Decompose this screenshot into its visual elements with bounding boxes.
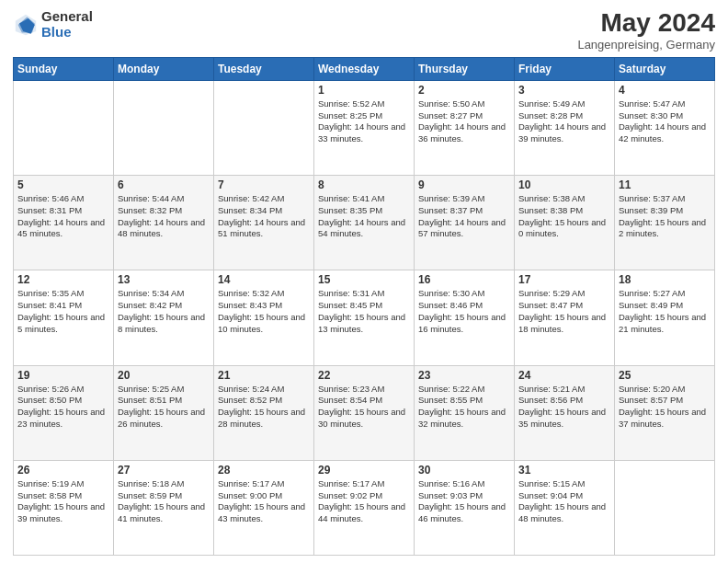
day-number: 16 — [418, 273, 510, 286]
table-row: 18Sunrise: 5:27 AM Sunset: 8:49 PM Dayli… — [615, 270, 715, 365]
day-number: 31 — [518, 464, 610, 477]
day-number: 3 — [518, 84, 610, 97]
table-row: 6Sunrise: 5:44 AM Sunset: 8:32 PM Daylig… — [114, 176, 214, 270]
day-number: 2 — [418, 84, 510, 97]
title-block: May 2024 Langenpreising, Germany — [577, 9, 715, 52]
logo-blue-text: Blue — [41, 25, 93, 40]
day-number: 19 — [17, 369, 109, 382]
table-row — [615, 460, 715, 555]
logo-text: General Blue — [41, 9, 93, 40]
day-number: 30 — [418, 464, 510, 477]
day-info: Sunrise: 5:31 AM Sunset: 8:45 PM Dayligh… — [318, 288, 410, 335]
day-info: Sunrise: 5:35 AM Sunset: 8:41 PM Dayligh… — [17, 288, 109, 335]
table-row: 28Sunrise: 5:17 AM Sunset: 9:00 PM Dayli… — [214, 460, 314, 555]
day-number: 11 — [619, 178, 711, 191]
table-row: 24Sunrise: 5:21 AM Sunset: 8:56 PM Dayli… — [515, 365, 615, 460]
day-info: Sunrise: 5:39 AM Sunset: 8:37 PM Dayligh… — [418, 193, 510, 240]
day-info: Sunrise: 5:25 AM Sunset: 8:51 PM Dayligh… — [118, 384, 210, 431]
table-row: 8Sunrise: 5:41 AM Sunset: 8:35 PM Daylig… — [314, 176, 415, 270]
table-row — [214, 80, 314, 175]
day-number: 5 — [17, 178, 109, 191]
table-row: 26Sunrise: 5:19 AM Sunset: 8:58 PM Dayli… — [14, 460, 114, 555]
day-number: 25 — [619, 369, 711, 382]
day-number: 10 — [518, 178, 610, 191]
logo-general-text: General — [41, 9, 93, 25]
table-row: 2Sunrise: 5:50 AM Sunset: 8:27 PM Daylig… — [415, 80, 515, 175]
day-info: Sunrise: 5:16 AM Sunset: 9:03 PM Dayligh… — [418, 478, 510, 525]
day-info: Sunrise: 5:15 AM Sunset: 9:04 PM Dayligh… — [518, 478, 610, 525]
table-row: 20Sunrise: 5:25 AM Sunset: 8:51 PM Dayli… — [114, 365, 214, 460]
day-number: 17 — [518, 273, 610, 286]
day-info: Sunrise: 5:24 AM Sunset: 8:52 PM Dayligh… — [218, 384, 310, 431]
location-title: Langenpreising, Germany — [577, 38, 715, 52]
day-info: Sunrise: 5:41 AM Sunset: 8:35 PM Dayligh… — [318, 193, 410, 240]
day-info: Sunrise: 5:29 AM Sunset: 8:47 PM Dayligh… — [518, 288, 610, 335]
table-row: 25Sunrise: 5:20 AM Sunset: 8:57 PM Dayli… — [615, 365, 715, 460]
logo-icon — [13, 12, 39, 38]
day-number: 29 — [318, 464, 410, 477]
week-row-2: 12Sunrise: 5:35 AM Sunset: 8:41 PM Dayli… — [14, 270, 715, 365]
header: General Blue May 2024 Langenpreising, Ge… — [13, 9, 715, 52]
header-friday: Friday — [515, 57, 615, 80]
day-number: 13 — [118, 273, 210, 286]
day-number: 24 — [518, 369, 610, 382]
table-row — [114, 80, 214, 175]
day-number: 6 — [118, 178, 210, 191]
day-info: Sunrise: 5:46 AM Sunset: 8:31 PM Dayligh… — [17, 193, 109, 240]
table-row: 22Sunrise: 5:23 AM Sunset: 8:54 PM Dayli… — [314, 365, 415, 460]
day-number: 4 — [619, 84, 711, 97]
table-row: 21Sunrise: 5:24 AM Sunset: 8:52 PM Dayli… — [214, 365, 314, 460]
day-number: 20 — [118, 369, 210, 382]
logo: General Blue — [13, 9, 93, 40]
day-number: 1 — [318, 84, 410, 97]
day-number: 28 — [218, 464, 310, 477]
weekday-header-row: Sunday Monday Tuesday Wednesday Thursday… — [14, 57, 715, 80]
table-row: 16Sunrise: 5:30 AM Sunset: 8:46 PM Dayli… — [415, 270, 515, 365]
table-row: 12Sunrise: 5:35 AM Sunset: 8:41 PM Dayli… — [14, 270, 114, 365]
day-number: 22 — [318, 369, 410, 382]
day-number: 7 — [218, 178, 310, 191]
day-number: 21 — [218, 369, 310, 382]
day-info: Sunrise: 5:38 AM Sunset: 8:38 PM Dayligh… — [518, 193, 610, 240]
month-title: May 2024 — [577, 9, 715, 38]
header-thursday: Thursday — [415, 57, 515, 80]
day-info: Sunrise: 5:44 AM Sunset: 8:32 PM Dayligh… — [118, 193, 210, 240]
day-info: Sunrise: 5:21 AM Sunset: 8:56 PM Dayligh… — [518, 384, 610, 431]
header-sunday: Sunday — [14, 57, 114, 80]
day-info: Sunrise: 5:42 AM Sunset: 8:34 PM Dayligh… — [218, 193, 310, 240]
day-number: 26 — [17, 464, 109, 477]
day-number: 18 — [619, 273, 711, 286]
page: General Blue May 2024 Langenpreising, Ge… — [0, 0, 728, 563]
table-row: 31Sunrise: 5:15 AM Sunset: 9:04 PM Dayli… — [515, 460, 615, 555]
day-number: 23 — [418, 369, 510, 382]
table-row: 7Sunrise: 5:42 AM Sunset: 8:34 PM Daylig… — [214, 176, 314, 270]
day-info: Sunrise: 5:22 AM Sunset: 8:55 PM Dayligh… — [418, 384, 510, 431]
table-row: 4Sunrise: 5:47 AM Sunset: 8:30 PM Daylig… — [615, 80, 715, 175]
day-info: Sunrise: 5:26 AM Sunset: 8:50 PM Dayligh… — [17, 384, 109, 431]
table-row — [14, 80, 114, 175]
table-row: 3Sunrise: 5:49 AM Sunset: 8:28 PM Daylig… — [515, 80, 615, 175]
table-row: 19Sunrise: 5:26 AM Sunset: 8:50 PM Dayli… — [14, 365, 114, 460]
table-row: 30Sunrise: 5:16 AM Sunset: 9:03 PM Dayli… — [415, 460, 515, 555]
day-number: 12 — [17, 273, 109, 286]
table-row: 29Sunrise: 5:17 AM Sunset: 9:02 PM Dayli… — [314, 460, 415, 555]
day-info: Sunrise: 5:30 AM Sunset: 8:46 PM Dayligh… — [418, 288, 510, 335]
week-row-1: 5Sunrise: 5:46 AM Sunset: 8:31 PM Daylig… — [14, 176, 715, 270]
table-row: 10Sunrise: 5:38 AM Sunset: 8:38 PM Dayli… — [515, 176, 615, 270]
table-row: 9Sunrise: 5:39 AM Sunset: 8:37 PM Daylig… — [415, 176, 515, 270]
calendar-table: Sunday Monday Tuesday Wednesday Thursday… — [13, 57, 715, 556]
day-number: 8 — [318, 178, 410, 191]
table-row: 14Sunrise: 5:32 AM Sunset: 8:43 PM Dayli… — [214, 270, 314, 365]
table-row: 17Sunrise: 5:29 AM Sunset: 8:47 PM Dayli… — [515, 270, 615, 365]
week-row-4: 26Sunrise: 5:19 AM Sunset: 8:58 PM Dayli… — [14, 460, 715, 555]
day-info: Sunrise: 5:27 AM Sunset: 8:49 PM Dayligh… — [619, 288, 711, 335]
header-saturday: Saturday — [615, 57, 715, 80]
day-info: Sunrise: 5:23 AM Sunset: 8:54 PM Dayligh… — [318, 384, 410, 431]
table-row: 27Sunrise: 5:18 AM Sunset: 8:59 PM Dayli… — [114, 460, 214, 555]
table-row: 5Sunrise: 5:46 AM Sunset: 8:31 PM Daylig… — [14, 176, 114, 270]
day-info: Sunrise: 5:34 AM Sunset: 8:42 PM Dayligh… — [118, 288, 210, 335]
day-info: Sunrise: 5:19 AM Sunset: 8:58 PM Dayligh… — [17, 478, 109, 525]
day-info: Sunrise: 5:50 AM Sunset: 8:27 PM Dayligh… — [418, 98, 510, 145]
day-number: 14 — [218, 273, 310, 286]
table-row: 11Sunrise: 5:37 AM Sunset: 8:39 PM Dayli… — [615, 176, 715, 270]
